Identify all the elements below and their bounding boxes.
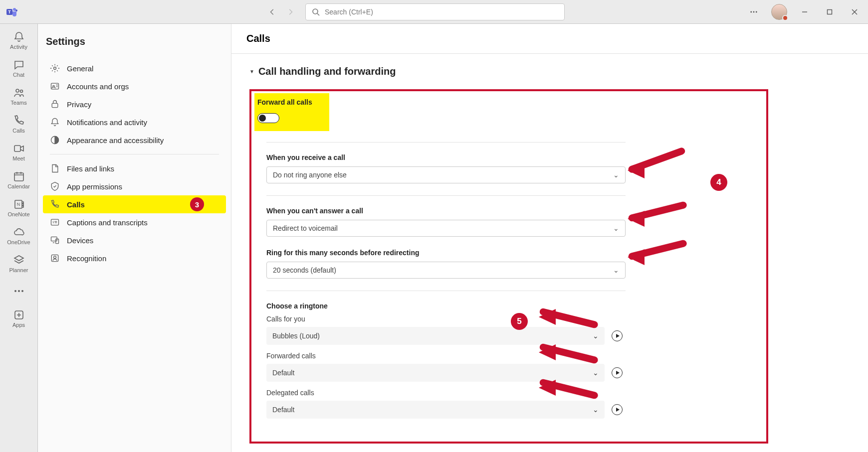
app-rail: Activity Chat Teams Calls Meet Calendar … — [0, 24, 38, 452]
svg-point-28 — [54, 256, 56, 259]
annotation-badge-4: 4 — [710, 174, 727, 191]
rail-onenote[interactable]: NOneNote — [4, 195, 34, 220]
forward-all-calls-toggle[interactable] — [257, 113, 279, 123]
search-placeholder: Search (Ctrl+E) — [325, 8, 373, 16]
cant-answer-select[interactable]: Redirect to voicemail ⌄ — [266, 220, 626, 237]
settings-appearance[interactable]: Appearance and accessibility — [43, 131, 226, 149]
chevron-down-icon: ⌄ — [593, 369, 599, 377]
svg-point-5 — [750, 11, 752, 12]
settings-devices[interactable]: Devices — [43, 231, 226, 249]
svg-point-6 — [753, 11, 755, 12]
settings-recognition[interactable]: Recognition — [43, 249, 226, 267]
svg-text:N: N — [16, 202, 20, 207]
svg-point-15 — [14, 290, 16, 292]
chevron-down-icon: ⌄ — [593, 406, 599, 414]
settings-files[interactable]: Files and links — [43, 159, 226, 177]
settings-notifications[interactable]: Notifications and activity — [43, 113, 226, 131]
calls-for-you-select[interactable]: Bubbles (Loud) ⌄ — [266, 327, 605, 345]
svg-point-4 — [313, 9, 318, 14]
annotation-highlight-box: Forward all calls When you receive a cal… — [249, 89, 768, 444]
ring-duration-label: Ring for this many seconds before redire… — [266, 249, 763, 257]
main-content: Calls ▼Call handling and forwarding Forw… — [231, 24, 868, 452]
svg-point-3 — [15, 9, 17, 11]
rail-chat[interactable]: Chat — [4, 56, 34, 81]
forward-all-calls-label: Forward all calls — [257, 98, 326, 106]
chevron-down-icon: ⌄ — [613, 224, 619, 232]
rail-apps[interactable]: Apps — [4, 306, 34, 331]
svg-text:T: T — [8, 9, 11, 14]
settings-panel: Settings General Accounts and orgs Priva… — [38, 24, 231, 452]
chevron-down-icon: ⌄ — [613, 266, 619, 274]
svg-point-10 — [20, 90, 22, 93]
svg-rect-11 — [14, 146, 20, 151]
rail-teams[interactable]: Teams — [4, 84, 34, 109]
settings-title: Settings — [43, 36, 226, 59]
window-maximize-button[interactable] — [818, 0, 841, 24]
rail-more[interactable] — [4, 282, 34, 300]
svg-point-7 — [756, 11, 757, 12]
section-header[interactable]: ▼Call handling and forwarding — [249, 66, 868, 77]
svg-rect-12 — [14, 173, 23, 181]
play-ringtone-button[interactable] — [612, 404, 623, 415]
rail-activity[interactable]: Activity — [4, 28, 34, 53]
rail-planner[interactable]: Planner — [4, 251, 34, 276]
ringtone-header: Choose a ringtone — [266, 302, 763, 310]
chevron-down-icon: ⌄ — [593, 332, 599, 340]
cant-answer-label: When you can't answer a call — [266, 207, 763, 215]
search-icon — [312, 8, 320, 16]
svg-point-16 — [18, 290, 20, 292]
caret-down-icon: ▼ — [249, 69, 254, 74]
rail-meet[interactable]: Meet — [4, 140, 34, 164]
ring-duration-select[interactable]: 20 seconds (default) ⌄ — [266, 262, 626, 279]
settings-captions[interactable]: Captions and transcripts — [43, 213, 226, 231]
page-title: Calls — [246, 33, 270, 44]
receive-call-select[interactable]: Do not ring anyone else ⌄ — [266, 166, 626, 183]
settings-app-permissions[interactable]: App permissions — [43, 177, 226, 195]
play-ringtone-button[interactable] — [612, 330, 623, 341]
user-avatar[interactable] — [771, 4, 787, 20]
delegated-calls-label: Delegated calls — [266, 389, 763, 397]
window-minimize-button[interactable] — [793, 0, 816, 24]
svg-rect-22 — [52, 103, 58, 107]
settings-calls[interactable]: Calls 3 — [43, 195, 226, 213]
receive-call-label: When you receive a call — [266, 153, 763, 161]
settings-accounts[interactable]: Accounts and orgs — [43, 77, 226, 95]
more-options-button[interactable] — [742, 0, 765, 24]
svg-point-17 — [21, 290, 23, 292]
svg-rect-24 — [51, 219, 59, 225]
annotation-badge-3: 3 — [190, 197, 204, 211]
chevron-down-icon: ⌄ — [613, 171, 619, 179]
play-ringtone-button[interactable] — [612, 367, 623, 378]
settings-general[interactable]: General — [43, 59, 226, 77]
svg-point-9 — [16, 89, 19, 92]
svg-point-19 — [54, 67, 56, 70]
rail-calls[interactable]: Calls — [4, 112, 34, 137]
search-input[interactable]: Search (Ctrl+E) — [305, 3, 565, 20]
title-bar: T Search (Ctrl+E) — [0, 0, 868, 24]
settings-privacy[interactable]: Privacy — [43, 95, 226, 113]
annotation-badge-5: 5 — [511, 313, 528, 330]
nav-back-button[interactable] — [264, 4, 280, 20]
rail-onedrive[interactable]: OneDrive — [4, 223, 34, 248]
teams-app-logo: T — [6, 6, 18, 18]
delegated-calls-select[interactable]: Default ⌄ — [266, 401, 605, 419]
nav-forward-button[interactable] — [282, 4, 298, 20]
forwarded-calls-label: Forwarded calls — [266, 352, 763, 360]
rail-calendar[interactable]: Calendar — [4, 167, 34, 192]
window-close-button[interactable] — [843, 0, 866, 24]
presence-dot — [782, 15, 788, 21]
forwarded-calls-select[interactable]: Default ⌄ — [266, 364, 605, 382]
svg-rect-8 — [828, 9, 832, 14]
